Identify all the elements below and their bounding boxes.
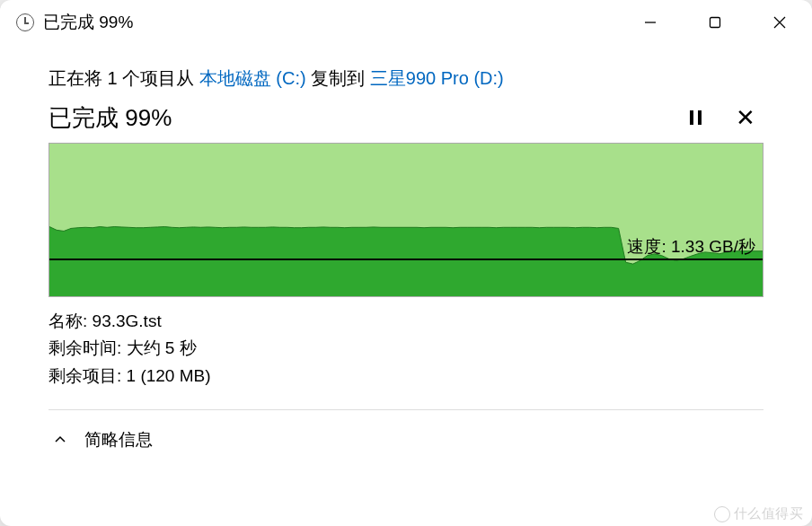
chevron-up-icon bbox=[54, 434, 66, 446]
speed-label: 速度: 1.33 GB/秒 bbox=[625, 235, 757, 259]
source-link[interactable]: 本地磁盘 (C:) bbox=[199, 68, 306, 88]
maximize-button[interactable] bbox=[683, 0, 747, 45]
progress-row: 已完成 99% ✕ bbox=[49, 100, 763, 136]
desc-mid: 复制到 bbox=[306, 68, 370, 88]
desc-prefix: 正在将 1 个项目从 bbox=[49, 68, 199, 88]
watermark: 什么值得买 bbox=[714, 505, 804, 522]
window-title: 已完成 99% bbox=[43, 11, 133, 34]
maximize-icon bbox=[709, 16, 721, 29]
current-speed-line bbox=[49, 259, 763, 260]
dialog-content: 正在将 1 个项目从 本地磁盘 (C:) 复制到 三星990 Pro (D:) … bbox=[0, 45, 812, 526]
dest-link[interactable]: 三星990 Pro (D:) bbox=[370, 68, 504, 88]
thumb-icon bbox=[714, 506, 730, 522]
detail-name: 名称: 93.3G.tst bbox=[49, 308, 763, 335]
minimize-button[interactable] bbox=[618, 0, 683, 45]
toggle-details-button[interactable]: 简略信息 bbox=[49, 425, 763, 462]
close-icon bbox=[772, 15, 787, 30]
divider bbox=[49, 409, 763, 410]
detail-items-remaining: 剩余项目: 1 (120 MB) bbox=[49, 363, 763, 390]
progress-label: 已完成 99% bbox=[49, 102, 663, 134]
cancel-button[interactable]: ✕ bbox=[728, 100, 763, 136]
detail-time-remaining: 剩余时间: 大约 5 秒 bbox=[49, 335, 763, 362]
clock-icon bbox=[16, 13, 34, 31]
titlebar: 已完成 99% bbox=[0, 0, 812, 45]
copy-description: 正在将 1 个项目从 本地磁盘 (C:) 复制到 三星990 Pro (D:) bbox=[49, 66, 763, 91]
cancel-icon: ✕ bbox=[736, 106, 755, 129]
minimize-icon bbox=[643, 15, 658, 30]
window-controls bbox=[618, 0, 812, 45]
toggle-details-label: 简略信息 bbox=[84, 428, 153, 451]
chart-svg bbox=[49, 144, 763, 296]
speed-chart: 速度: 1.33 GB/秒 bbox=[49, 143, 763, 297]
close-window-button[interactable] bbox=[747, 0, 812, 45]
svg-rect-1 bbox=[710, 18, 720, 28]
file-copy-dialog: 已完成 99% 正在将 1 个项目从 本地磁盘 (C:) 复制到 三星990 P… bbox=[0, 0, 812, 526]
pause-icon bbox=[690, 110, 702, 125]
pause-button[interactable] bbox=[677, 100, 713, 136]
